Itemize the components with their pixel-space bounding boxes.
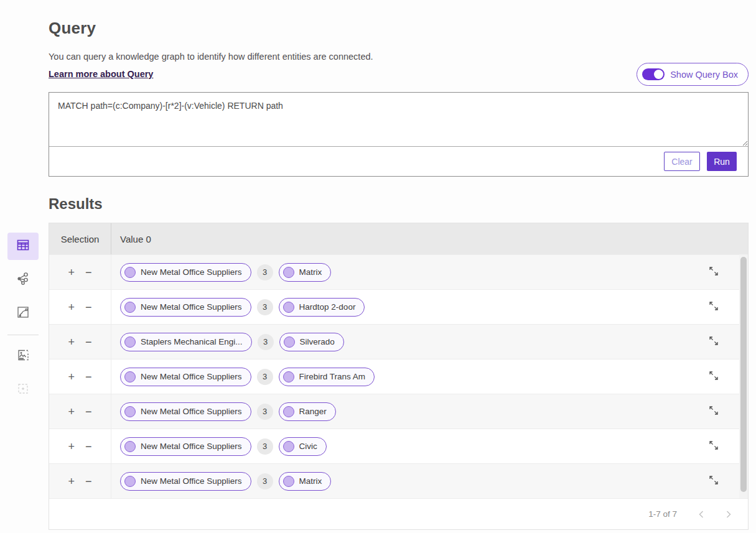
selection-cell: + − — [49, 394, 111, 429]
vertex-dot-icon — [124, 267, 136, 278]
add-selection-button[interactable]: + — [67, 266, 76, 279]
target-entity-chip[interactable]: Ranger — [279, 402, 336, 421]
expand-row-icon[interactable] — [707, 264, 721, 280]
source-entity-chip[interactable]: New Metal Office Suppliers — [120, 437, 251, 456]
table-row: + − New Metal Office Suppliers 3 Firebir… — [49, 359, 748, 394]
expand-row-icon[interactable] — [707, 334, 721, 350]
remove-selection-button[interactable]: − — [84, 440, 93, 453]
table-scrollbar-thumb[interactable] — [740, 257, 747, 492]
target-entity-chip[interactable]: Silverado — [279, 333, 344, 351]
add-selection-button[interactable]: + — [67, 335, 76, 349]
query-input[interactable]: MATCH path=(c:Company)-[r*2]-(v:Vehicle)… — [49, 93, 748, 147]
hop-count-badge: 3 — [257, 404, 273, 420]
selection-cell: + − — [49, 325, 111, 359]
expand-row-icon[interactable] — [707, 369, 721, 384]
source-entity-chip[interactable]: New Metal Office Suppliers — [120, 263, 251, 282]
hop-count-badge: 3 — [257, 438, 273, 455]
target-entity-chip[interactable]: Hardtop 2-door — [279, 298, 365, 317]
source-entity-chip[interactable]: Staplers Mechanical Engi... — [120, 333, 252, 351]
add-selection-button[interactable]: + — [67, 300, 76, 314]
vertex-dot-icon — [283, 441, 294, 452]
value-cell: New Metal Office Suppliers 3 Firebird Tr… — [111, 359, 748, 394]
page-title: Query — [49, 19, 749, 38]
vertex-dot-icon — [124, 441, 136, 452]
remove-selection-button[interactable]: − — [84, 370, 93, 384]
selection-cell: + − — [49, 290, 111, 324]
remove-selection-button[interactable]: − — [84, 475, 93, 488]
table-row: + − New Metal Office Suppliers 3 Matrix — [49, 254, 748, 289]
selection-cell: + − — [49, 255, 111, 289]
add-selection-button[interactable]: + — [67, 405, 76, 419]
previous-page-icon[interactable] — [696, 508, 707, 521]
run-button[interactable]: Run — [707, 152, 737, 171]
intro-section: You can query a knowledge graph to ident… — [49, 52, 749, 80]
selection-cell: + − — [49, 464, 111, 498]
table-row: + − New Metal Office Suppliers 3 Hardtop… — [49, 289, 748, 324]
add-selection-button[interactable]: + — [67, 370, 76, 384]
source-entity-chip[interactable]: New Metal Office Suppliers — [120, 472, 251, 491]
vertex-dot-icon — [283, 476, 294, 487]
selection-cell: + − — [49, 429, 111, 463]
path-view-icon — [16, 305, 30, 322]
source-entity-chip[interactable]: New Metal Office Suppliers — [120, 298, 251, 317]
expand-row-icon[interactable] — [707, 404, 721, 419]
image-view-icon — [16, 348, 30, 364]
table-row: + − New Metal Office Suppliers 3 Matrix — [49, 463, 748, 498]
tool-selection-view[interactable] — [7, 376, 39, 404]
toggle-switch-icon[interactable] — [642, 68, 665, 80]
table-header: Selection Value 0 — [49, 223, 748, 254]
source-entity-chip[interactable]: New Metal Office Suppliers — [120, 402, 251, 421]
remove-selection-button[interactable]: − — [84, 300, 93, 314]
value-cell: New Metal Office Suppliers 3 Civic — [111, 429, 748, 463]
results-title: Results — [49, 195, 749, 213]
next-page-icon[interactable] — [723, 508, 734, 521]
vertex-dot-icon — [124, 302, 136, 313]
query-page: Query You can query a knowledge graph to… — [49, 19, 749, 530]
hop-count-badge: 3 — [257, 299, 273, 315]
target-entity-chip[interactable]: Matrix — [279, 263, 332, 282]
vertex-dot-icon — [124, 406, 136, 417]
add-selection-button[interactable]: + — [67, 475, 76, 488]
target-entity-chip[interactable]: Civic — [279, 437, 327, 456]
table-view-icon — [16, 238, 30, 255]
table-row: + − New Metal Office Suppliers 3 Civic — [49, 429, 748, 463]
query-actions: Clear Run — [49, 147, 748, 176]
toolbar-divider — [7, 335, 39, 335]
pagination-range: 1-7 of 7 — [648, 509, 677, 519]
page-description: You can query a knowledge graph to ident… — [49, 52, 749, 62]
remove-selection-button[interactable]: − — [84, 335, 93, 349]
target-entity-chip[interactable]: Firebird Trans Am — [279, 368, 375, 386]
vertex-dot-icon — [283, 267, 294, 278]
results-table: Selection Value 0 + − New Metal Office S… — [49, 223, 749, 530]
column-header-value0: Value 0 — [111, 223, 748, 254]
clear-button[interactable]: Clear — [664, 152, 700, 171]
value-cell: New Metal Office Suppliers 3 Matrix — [111, 464, 748, 498]
vertex-dot-icon — [124, 476, 136, 487]
learn-more-link[interactable]: Learn more about Query — [49, 69, 153, 79]
expand-row-icon[interactable] — [707, 299, 721, 315]
tool-graph-view[interactable] — [7, 266, 39, 294]
tool-path-view[interactable] — [7, 300, 39, 327]
expand-row-icon[interactable] — [707, 473, 721, 489]
vertex-dot-icon — [283, 406, 294, 417]
toggle-label: Show Query Box — [670, 70, 738, 80]
target-entity-chip[interactable]: Matrix — [279, 472, 332, 491]
remove-selection-button[interactable]: − — [84, 266, 93, 279]
value-cell: New Metal Office Suppliers 3 Ranger — [111, 394, 748, 429]
source-entity-chip[interactable]: New Metal Office Suppliers — [120, 368, 251, 386]
vertex-dot-icon — [283, 371, 294, 382]
value-cell: New Metal Office Suppliers 3 Hardtop 2-d… — [111, 290, 748, 324]
vertex-dot-icon — [284, 336, 295, 348]
vertex-dot-icon — [124, 336, 136, 348]
value-cell: Staplers Mechanical Engi... 3 Silverado — [111, 325, 748, 359]
table-row: + − Staplers Mechanical Engi... 3 Silver… — [49, 324, 748, 359]
tool-table-view[interactable] — [7, 233, 39, 260]
hop-count-badge: 3 — [257, 473, 273, 489]
tool-image-view[interactable] — [7, 343, 39, 370]
show-query-box-toggle[interactable]: Show Query Box — [637, 63, 749, 86]
table-scrollbar-track[interactable] — [739, 254, 748, 498]
remove-selection-button[interactable]: − — [84, 405, 93, 419]
expand-row-icon[interactable] — [707, 438, 721, 454]
value-cell: New Metal Office Suppliers 3 Matrix — [111, 255, 748, 289]
add-selection-button[interactable]: + — [67, 440, 76, 453]
